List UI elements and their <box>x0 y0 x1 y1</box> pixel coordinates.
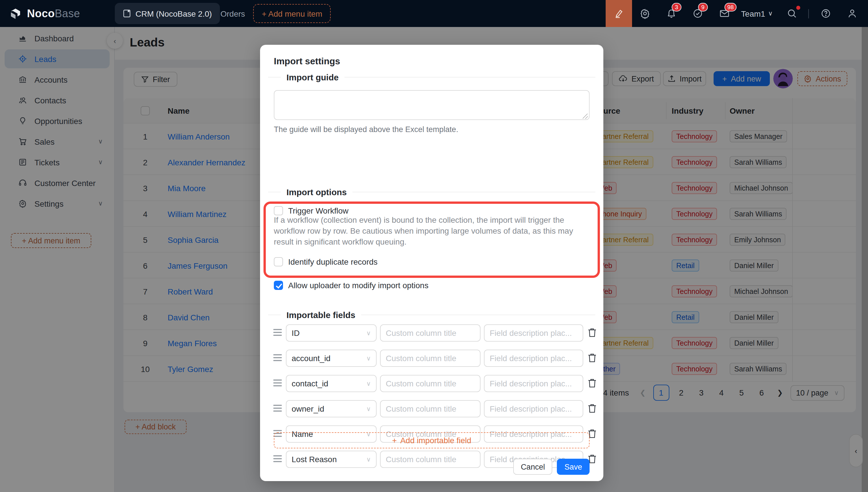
field-description-input[interactable] <box>484 350 583 367</box>
trigger-workflow-checkbox[interactable] <box>274 206 283 215</box>
trash-icon[interactable] <box>587 403 597 413</box>
custom-column-title-input[interactable] <box>380 324 480 342</box>
drag-handle-icon[interactable] <box>273 405 282 412</box>
navbar-divider <box>808 9 809 18</box>
page-tab-icon <box>123 9 131 18</box>
trigger-workflow-description: If a workflow (collection event) is boun… <box>274 215 593 247</box>
section-import-guide: Import guide <box>268 72 595 82</box>
chevron-down-icon: ∨ <box>366 456 371 463</box>
field-select-value: ID <box>292 328 300 338</box>
chevron-down-icon: ∨ <box>366 329 371 337</box>
import-guide-help: The guide will be displayed above the Ex… <box>274 125 458 134</box>
section-importable-fields: Importable fields <box>268 310 595 320</box>
field-select-value: contact_id <box>292 379 328 388</box>
trash-icon[interactable] <box>587 328 597 338</box>
ui-editor-button[interactable] <box>606 0 632 27</box>
field-select-value: account_id <box>292 354 330 363</box>
importable-field-row: account_id ∨ <box>274 350 590 367</box>
mail-icon[interactable]: 98 <box>718 7 731 20</box>
user-icon[interactable] <box>845 7 859 20</box>
search-icon[interactable] <box>785 7 798 20</box>
team-switcher[interactable]: Team1 ∨ <box>741 9 773 18</box>
drag-handle-icon[interactable] <box>273 329 282 336</box>
trigger-workflow-label: Trigger Workflow <box>288 206 348 215</box>
field-select[interactable]: ID ∨ <box>286 324 377 342</box>
nocobase-logo-icon <box>8 6 23 21</box>
trash-icon[interactable] <box>587 353 597 363</box>
tasks-badge: 9 <box>698 3 708 11</box>
drag-handle-icon[interactable] <box>273 354 282 361</box>
chevron-down-icon: ∨ <box>768 10 773 17</box>
field-select-value: owner_id <box>292 404 324 413</box>
highlighter-pen-icon <box>614 8 624 19</box>
custom-column-title-input[interactable] <box>380 375 480 392</box>
identify-duplicates-option[interactable]: Identify duplicate records <box>274 257 377 266</box>
tasks-check-icon[interactable]: 9 <box>691 7 705 20</box>
nocobase-logo[interactable]: NocoBase <box>8 0 80 27</box>
notifications-bell-icon[interactable]: 3 <box>665 7 678 20</box>
drag-handle-icon[interactable] <box>273 379 282 386</box>
navbar-add-menu-item-button[interactable]: + Add menu item <box>253 4 331 23</box>
field-description-input[interactable] <box>484 400 583 417</box>
import-guide-textarea[interactable] <box>274 90 590 120</box>
bell-badge: 3 <box>672 3 681 11</box>
allow-uploader-option[interactable]: Allow uploader to modify import options <box>274 281 428 290</box>
chevron-down-icon: ∨ <box>366 380 371 387</box>
add-importable-field-button[interactable]: + Add importable field <box>274 432 590 448</box>
drag-handle-icon[interactable] <box>273 455 282 462</box>
identify-duplicates-checkbox[interactable] <box>274 257 283 266</box>
navbar-right-cluster: 3 9 98 Team1 ∨ <box>606 0 868 27</box>
chevron-down-icon: ∨ <box>366 354 371 362</box>
allow-uploader-label: Allow uploader to modify import options <box>288 281 428 290</box>
plus-icon: + <box>392 436 397 445</box>
field-select[interactable]: owner_id ∨ <box>286 400 377 417</box>
field-select-value: Lost Reason <box>292 455 337 464</box>
nav-tab-orders[interactable]: Orders <box>220 0 245 27</box>
modal-footer: Cancel Save <box>513 459 590 475</box>
trash-icon[interactable] <box>587 378 597 388</box>
nav-tab-crm-label: CRM (NocoBase 2.0) <box>135 9 212 18</box>
app-root: NocoBase CRM (NocoBase 2.0) Orders + Add… <box>0 0 868 492</box>
field-description-input[interactable] <box>484 375 583 392</box>
field-select[interactable]: Lost Reason ∨ <box>286 451 377 468</box>
custom-column-title-input[interactable] <box>380 451 480 468</box>
search-alert-dot <box>796 5 800 9</box>
top-navbar: NocoBase CRM (NocoBase 2.0) Orders + Add… <box>0 0 868 27</box>
modal-title: Import settings <box>274 56 340 67</box>
trigger-workflow-option[interactable]: Trigger Workflow <box>274 206 348 215</box>
help-icon[interactable] <box>819 7 833 20</box>
textarea-resize-handle[interactable] <box>583 114 588 119</box>
importable-field-row: contact_id ∨ <box>274 375 590 392</box>
allow-uploader-checkbox[interactable] <box>274 281 283 290</box>
identify-duplicates-label: Identify duplicate records <box>288 257 377 266</box>
importable-field-row: owner_id ∨ <box>274 400 590 417</box>
add-importable-field-label: Add importable field <box>400 436 471 445</box>
field-select[interactable]: contact_id ∨ <box>286 375 377 392</box>
section-import-options: Import options <box>268 187 595 197</box>
save-button[interactable]: Save <box>557 459 590 475</box>
settings-gear-icon[interactable] <box>638 7 652 20</box>
importable-field-row: ID ∨ <box>274 324 590 342</box>
chevron-down-icon: ∨ <box>366 405 371 413</box>
cancel-button[interactable]: Cancel <box>513 459 552 475</box>
field-description-input[interactable] <box>484 324 583 342</box>
custom-column-title-input[interactable] <box>380 350 480 367</box>
custom-column-title-input[interactable] <box>380 400 480 417</box>
nav-tab-crm[interactable]: CRM (NocoBase 2.0) <box>115 3 220 24</box>
import-settings-modal: Import settings Import guide The guide w… <box>260 45 603 481</box>
team-label: Team1 <box>741 9 765 18</box>
mail-badge: 98 <box>724 3 737 11</box>
nocobase-logo-text: NocoBase <box>27 7 80 20</box>
navbar-add-menu-item-label: + Add menu item <box>262 9 322 18</box>
field-select[interactable]: account_id ∨ <box>286 350 377 367</box>
nav-tab-orders-label: Orders <box>220 9 245 18</box>
